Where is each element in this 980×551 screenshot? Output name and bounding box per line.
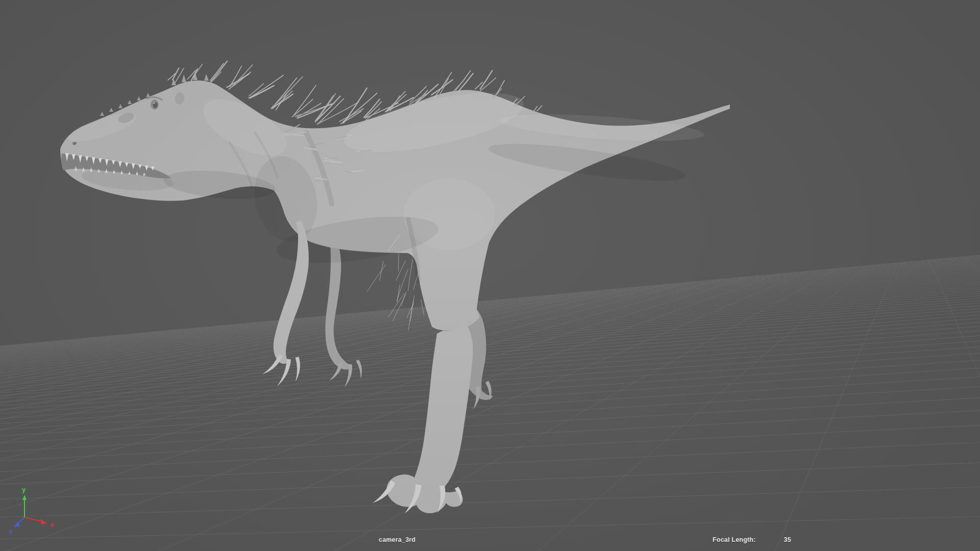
focal-length-value: 35 xyxy=(784,536,791,543)
camera-name-label: camera_3rd xyxy=(379,536,415,543)
scene-canvas[interactable] xyxy=(0,0,980,551)
focal-length-label: Focal Length: xyxy=(713,536,756,543)
axis-y-arrow-icon xyxy=(22,495,27,500)
viewport-3d[interactable]: y x z camera_3rd Focal Length:35 xyxy=(0,0,980,551)
axis-z-line xyxy=(17,517,24,524)
axis-x-arrow-icon xyxy=(40,519,47,524)
axis-x-line xyxy=(24,517,42,521)
axis-x-label: x xyxy=(50,521,54,529)
axis-y-label: y xyxy=(22,486,26,493)
dinosaur-model[interactable] xyxy=(60,61,730,513)
axis-gizmo-svg: y x z xyxy=(7,478,68,539)
ground-grid xyxy=(0,254,980,551)
focal-length-hud: Focal Length:35 xyxy=(713,536,791,543)
axis-z-label: z xyxy=(9,528,13,535)
axis-gizmo[interactable]: y x z xyxy=(7,478,68,539)
